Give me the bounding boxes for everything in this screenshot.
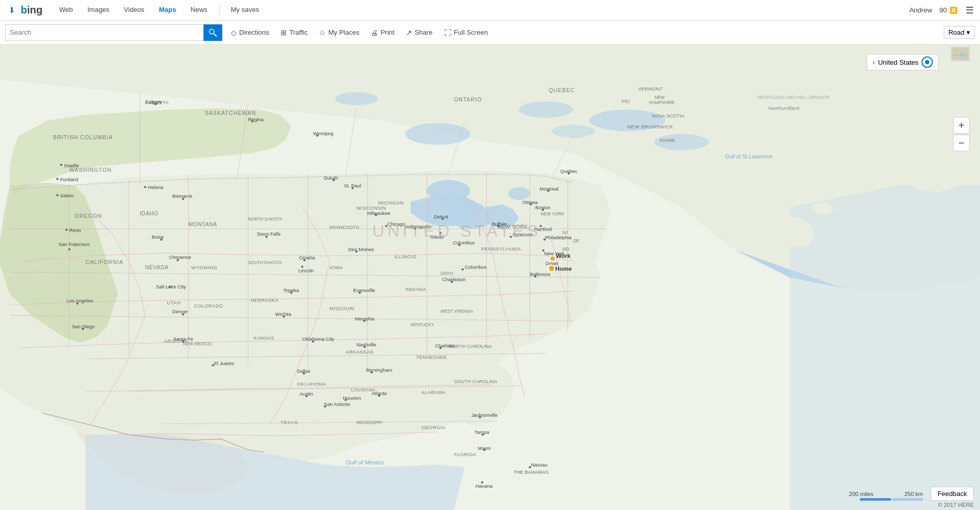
nav-divider <box>219 5 220 16</box>
svg-text:Columbus: Columbus <box>453 240 475 245</box>
location-bar: › United States <box>867 54 939 70</box>
zoom-out-button[interactable]: − <box>953 135 970 151</box>
nav-maps[interactable]: Maps <box>153 0 182 22</box>
svg-text:Buffalo: Buffalo <box>492 221 507 227</box>
map-thumbnail[interactable] <box>951 47 970 61</box>
svg-text:San Francisco: San Francisco <box>58 241 90 247</box>
svg-text:NORTH DAKOTA: NORTH DAKOTA <box>248 216 282 222</box>
svg-text:KANSAS: KANSAS <box>254 335 274 341</box>
locate-me-button[interactable] <box>922 56 933 68</box>
svg-text:NORTH CAROLINA: NORTH CAROLINA <box>448 343 492 349</box>
traffic-icon: ⊞ <box>281 28 287 37</box>
feedback-button[interactable]: Feedback <box>931 487 974 501</box>
svg-text:Havana: Havana <box>476 483 493 489</box>
svg-text:MICHIGAN: MICHIGAN <box>378 200 404 206</box>
svg-text:PENNSYLVANIA: PENNSYLVANIA <box>481 246 521 252</box>
svg-text:ARKANSAS: ARKANSAS <box>346 349 374 355</box>
svg-point-218 <box>548 265 555 272</box>
svg-text:Nassau: Nassau <box>531 462 548 468</box>
svg-text:UTAH: UTAH <box>167 300 181 305</box>
svg-text:TEXAS: TEXAS <box>281 419 298 425</box>
star-icon: ☆ <box>319 28 326 37</box>
svg-text:GEORGIA: GEORGIA <box>421 425 446 430</box>
svg-line-3 <box>214 34 216 36</box>
svg-text:Seattle: Seattle <box>64 163 79 168</box>
svg-point-106 <box>144 186 146 188</box>
svg-point-100 <box>68 249 70 251</box>
search-button[interactable] <box>203 24 222 41</box>
search-input[interactable] <box>6 25 203 40</box>
svg-text:TENNESSEE: TENNESSEE <box>416 354 447 360</box>
svg-text:OHIO: OHIO <box>441 270 454 276</box>
nav-links: Web Images Videos Maps News My saves <box>53 0 265 22</box>
svg-rect-5 <box>953 49 959 53</box>
location-back-arrow[interactable]: › <box>872 58 875 66</box>
share-button[interactable]: ↗ Share <box>401 26 438 39</box>
svg-text:Winnipeg: Winnipeg <box>313 130 333 136</box>
svg-text:MISSOURI: MISSOURI <box>329 305 355 311</box>
scale-labels: 200 miles 250 km <box>849 491 923 497</box>
svg-text:OKLAHOMA: OKLAHOMA <box>297 381 327 387</box>
svg-text:OREGON: OREGON <box>75 213 102 219</box>
svg-text:INDIANA: INDIANA <box>405 286 427 292</box>
svg-text:Salt Lake City: Salt Lake City <box>156 284 186 289</box>
svg-text:Houston: Houston <box>343 395 361 401</box>
svg-text:Syracuse: Syracuse <box>513 231 533 237</box>
road-type-button[interactable]: Road ▾ <box>944 26 975 39</box>
svg-text:Boise: Boise <box>152 234 164 240</box>
svg-text:ILLINOIS: ILLINOIS <box>394 254 417 259</box>
svg-text:Portland: Portland <box>60 177 78 182</box>
svg-text:Quebec: Quebec <box>560 168 577 174</box>
svg-text:Memphis: Memphis <box>355 316 374 322</box>
hamburger-icon[interactable]: ☰ <box>966 5 974 16</box>
svg-point-13 <box>335 92 378 105</box>
svg-text:Atlanta: Atlanta <box>372 390 387 396</box>
svg-text:Indianapolis: Indianapolis <box>405 224 432 229</box>
nav-web[interactable]: Web <box>53 0 79 22</box>
svg-text:Jacksonville: Jacksonville <box>471 412 498 418</box>
svg-text:WEST VIRGINIA: WEST VIRGINIA <box>441 309 473 314</box>
svg-text:Des Moines: Des Moines <box>348 246 374 252</box>
svg-text:KENTUCKY: KENTUCKY <box>411 322 434 327</box>
nav-images[interactable]: Images <box>81 0 116 22</box>
svg-text:Evansville: Evansville <box>353 287 375 293</box>
svg-point-216 <box>550 256 555 261</box>
share-icon: ↗ <box>406 28 412 37</box>
fullscreen-button[interactable]: ⛶ Full Screen <box>439 26 493 39</box>
svg-text:NEW: NEW <box>654 95 665 100</box>
svg-point-174 <box>462 268 464 270</box>
nav-news[interactable]: News <box>184 0 214 22</box>
nav-my-saves[interactable]: My saves <box>225 0 266 22</box>
svg-text:Baltimore: Baltimore <box>530 271 550 277</box>
svg-text:NEBRASKA: NEBRASKA <box>251 297 279 303</box>
map-container[interactable]: BRITISH COLUMBIA SASKATCHEWAN ONTARIO QU… <box>0 45 980 510</box>
user-name[interactable]: Andrew <box>909 6 932 14</box>
location-name: United States <box>878 59 918 66</box>
svg-text:WYOMING: WYOMING <box>191 265 217 270</box>
directions-button[interactable]: ◇ Directions <box>226 26 274 39</box>
svg-text:MINNESOTA: MINNESOTA <box>329 224 359 230</box>
svg-text:Toledo: Toledo <box>430 234 444 240</box>
svg-text:Gulf of Mexico: Gulf of Mexico <box>346 459 384 465</box>
svg-text:Chicago: Chicago <box>387 221 405 227</box>
svg-text:Miami: Miami <box>478 445 491 451</box>
svg-text:Helena: Helena <box>148 184 164 190</box>
traffic-button[interactable]: ⊞ Traffic <box>275 26 313 39</box>
svg-text:Detroit: Detroit <box>434 214 448 220</box>
svg-text:Columbus: Columbus <box>465 264 487 270</box>
svg-text:Duluth: Duluth <box>324 175 338 181</box>
nav-videos[interactable]: Videos <box>118 0 151 22</box>
svg-text:Charleston: Charleston <box>442 276 466 282</box>
my-places-button[interactable]: ☆ My Places <box>314 26 364 39</box>
svg-text:FLORIDA: FLORIDA <box>454 451 476 457</box>
user-points: 90 R <box>940 6 958 15</box>
svg-text:R: R <box>952 8 956 13</box>
svg-text:Milwaukee: Milwaukee <box>367 210 390 216</box>
zoom-in-button[interactable]: + <box>953 117 970 134</box>
svg-text:SASKATCHEWAN: SASKATCHEWAN <box>204 110 256 116</box>
bing-logo[interactable]: bing <box>6 4 42 17</box>
svg-text:Denver: Denver <box>172 309 188 314</box>
print-button[interactable]: 🖨 Print <box>365 26 400 39</box>
svg-text:VERMONT: VERMONT <box>638 86 663 92</box>
directions-icon: ◇ <box>231 28 237 37</box>
